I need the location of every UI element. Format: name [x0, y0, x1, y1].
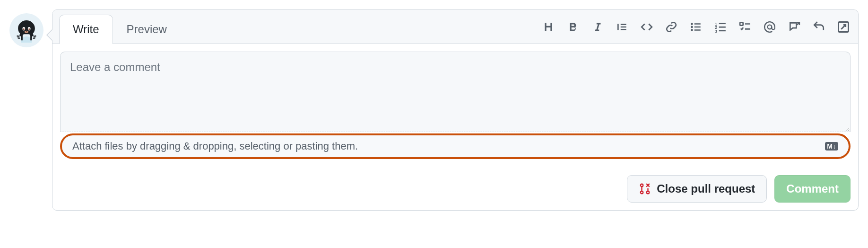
cross-reference-icon[interactable] — [787, 20, 801, 34]
markdown-badge-icon[interactable]: M↓ — [825, 142, 838, 151]
svg-rect-16 — [740, 22, 743, 26]
comment-header: Write Preview — [52, 10, 858, 44]
comment-button[interactable]: Comment — [774, 175, 851, 203]
markdown-toolbar: 123 — [541, 20, 851, 34]
svg-point-21 — [647, 191, 649, 194]
attach-files-text: Attach files by dragging & dropping, sel… — [72, 140, 358, 152]
bold-icon[interactable] — [566, 20, 580, 34]
svg-point-19 — [641, 184, 643, 186]
svg-point-0 — [21, 36, 32, 43]
fullscreen-icon[interactable] — [836, 20, 851, 34]
svg-text:3: 3 — [715, 28, 717, 33]
tab-preview[interactable]: Preview — [113, 15, 181, 44]
comment-box: Write Preview — [52, 9, 859, 211]
link-icon[interactable] — [664, 20, 678, 34]
svg-point-20 — [641, 191, 643, 194]
code-icon[interactable] — [640, 20, 654, 34]
quote-icon[interactable] — [615, 20, 629, 34]
speech-pointer — [46, 29, 52, 41]
reply-icon[interactable] — [812, 20, 826, 34]
svg-point-9 — [691, 29, 692, 30]
task-list-icon[interactable] — [738, 20, 752, 34]
svg-point-7 — [691, 23, 692, 24]
user-avatar[interactable] — [9, 13, 43, 47]
tab-write[interactable]: Write — [59, 15, 113, 44]
svg-point-3 — [23, 28, 25, 30]
attach-files-bar[interactable]: Attach files by dragging & dropping, sel… — [60, 133, 851, 159]
svg-point-17 — [768, 25, 772, 29]
mention-icon[interactable] — [763, 20, 777, 34]
svg-rect-14 — [719, 26, 726, 27]
heading-icon[interactable] — [541, 20, 556, 34]
svg-point-6 — [26, 31, 27, 32]
unordered-list-icon[interactable] — [689, 20, 703, 34]
octocat-icon — [14, 18, 39, 43]
svg-point-4 — [28, 28, 30, 30]
svg-rect-15 — [719, 30, 726, 31]
comment-button-label: Comment — [786, 182, 839, 195]
italic-icon[interactable] — [590, 20, 605, 34]
close-button-label: Close pull request — [657, 182, 755, 195]
svg-point-8 — [691, 26, 692, 27]
ordered-list-icon[interactable]: 123 — [713, 20, 728, 34]
comment-textarea[interactable] — [60, 52, 851, 132]
git-pull-request-closed-icon — [639, 183, 651, 195]
svg-rect-13 — [719, 23, 726, 24]
close-pull-request-button[interactable]: Close pull request — [627, 175, 767, 203]
